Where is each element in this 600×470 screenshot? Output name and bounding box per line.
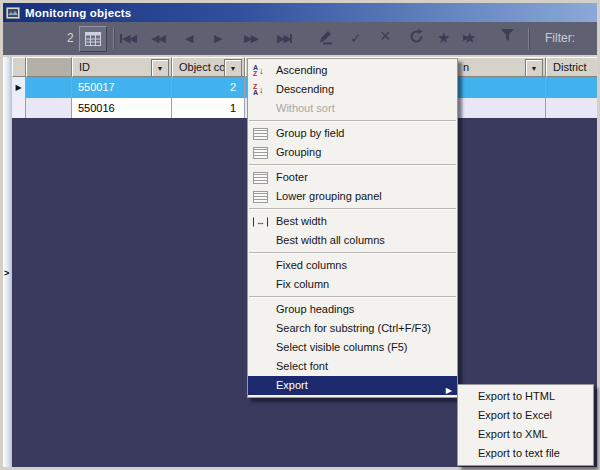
footer-icon (253, 172, 268, 184)
sort-descending-icon: ZA↓ (253, 80, 264, 99)
menu-separator (249, 252, 456, 254)
star-icon: ★ (437, 28, 450, 48)
grouping-icon (253, 147, 268, 159)
menu-item-export-to-html[interactable]: Export to HTML (458, 387, 593, 406)
app-icon (6, 7, 20, 19)
row-indicator-cell (12, 98, 26, 118)
row-indicator-header[interactable] (12, 57, 26, 77)
menu-separator (249, 208, 456, 210)
nav-next-icon: ▶ (214, 30, 220, 46)
menu-item-export[interactable]: Export ▶ (248, 376, 457, 395)
nav-fast-prev-icon: ◀◀ (151, 30, 164, 46)
submenu-arrow-icon: ▶ (446, 381, 452, 400)
sort-ascending-icon: AZ↓ (253, 61, 264, 80)
refresh-icon (408, 28, 425, 45)
column-header-id[interactable]: ID ▼ (72, 57, 172, 77)
menu-item-group-by-field[interactable]: Group by field (248, 124, 457, 143)
toolbar-separator (113, 28, 115, 49)
column-header-id-label: ID (79, 61, 90, 73)
nav-next-button[interactable]: ▶ (214, 30, 220, 46)
menu-item-export-to-xml[interactable]: Export to XML (458, 425, 593, 444)
menu-item-ascending[interactable]: AZ↓ Ascending (248, 61, 457, 80)
column-header-object-count-label: Object co (179, 61, 225, 73)
menu-separator (249, 120, 456, 122)
grid-context-menu: AZ↓ Ascending ZA↓ Descending Without sor… (247, 58, 458, 398)
menu-item-export-to-text-file[interactable]: Export to text file (458, 444, 593, 463)
menu-item-without-sort: Without sort (248, 99, 457, 118)
nav-last-icon: ▶▶ (277, 30, 290, 46)
menu-item-grouping[interactable]: Grouping (248, 143, 457, 162)
filter-funnel-icon (500, 28, 515, 42)
column-header-district-label: District (553, 61, 587, 73)
menu-item-fixed-columns[interactable]: Fixed columns (248, 256, 457, 275)
filter-label: Filter: (545, 31, 575, 45)
menu-item-footer[interactable]: Footer (248, 168, 457, 187)
nav-first-button[interactable]: ◀◀ (120, 30, 135, 46)
nav-prev-button[interactable]: ◀ (185, 30, 191, 46)
column-header-object-count[interactable]: Object co ▼ (172, 57, 245, 77)
menu-separator (249, 164, 456, 166)
menu-item-group-headings[interactable]: Group headings (248, 300, 457, 319)
cancel-x-icon: × (380, 26, 391, 46)
nav-fast-next-icon: ▶▶ (244, 30, 257, 46)
menu-item-select-font[interactable]: Select font (248, 357, 457, 376)
menu-item-best-width[interactable]: ↔ Best width (248, 212, 457, 231)
group-by-field-icon (253, 128, 268, 140)
monitoring-objects-window: Monitoring objects 2 ◀◀ ◀◀ ◀ ▶ ▶▶ ▶▶ ✓ (0, 0, 600, 470)
column-header-hidden-label: n (463, 58, 469, 76)
menu-item-lower-grouping-panel[interactable]: Lower grouping panel (248, 187, 457, 206)
nav-last-button[interactable]: ▶▶ (277, 30, 292, 46)
chevron-down-icon: ▼ (157, 65, 164, 72)
object-count-cell[interactable]: 2 (172, 77, 245, 98)
toolbar-separator (528, 28, 530, 49)
menu-separator (249, 296, 456, 298)
id-filter-dropdown-button[interactable]: ▼ (151, 59, 169, 77)
grid-view-icon (85, 32, 101, 46)
fixed-cell[interactable] (26, 77, 72, 98)
menu-item-best-width-all-columns[interactable]: Best width all columns (248, 231, 457, 250)
column-header-district[interactable]: District (546, 57, 597, 77)
nav-fast-prev-button[interactable]: ◀◀ (151, 30, 164, 46)
object-count-filter-dropdown-button[interactable]: ▼ (224, 59, 242, 77)
best-width-icon: ↔ (253, 217, 268, 226)
window-title: Monitoring objects (25, 7, 131, 19)
menu-item-export-to-excel[interactable]: Export to Excel (458, 406, 593, 425)
left-splitter[interactable]: > (3, 57, 12, 467)
nav-prev-icon: ◀ (185, 30, 191, 46)
fixed-column-header[interactable] (26, 57, 72, 77)
fixed-cell[interactable] (26, 98, 72, 118)
chevron-down-icon: ▼ (230, 65, 237, 72)
district-cell[interactable] (546, 98, 597, 118)
nav-fast-next-button[interactable]: ▶▶ (244, 30, 257, 46)
toolbar: 2 ◀◀ ◀◀ ◀ ▶ ▶▶ ▶▶ ✓ × (3, 22, 597, 57)
id-cell[interactable]: 550017 (72, 77, 172, 98)
menu-item-descending[interactable]: ZA↓ Descending (248, 80, 457, 99)
chevron-down-icon: ▼ (531, 65, 538, 72)
confirm-check-icon: ✓ (350, 28, 362, 48)
row-indicator-cell: ▶ (12, 77, 26, 98)
edit-pencil-icon (317, 28, 335, 45)
menu-item-search-for-substring[interactable]: Search for substring (Ctrl+F/F3) (248, 319, 457, 338)
export-submenu: Export to HTML Export to Excel Export to… (457, 384, 594, 466)
menu-item-select-visible-columns[interactable]: Select visible columns (F5) (248, 338, 457, 357)
grid-view-button[interactable] (79, 26, 107, 52)
district-cell[interactable] (546, 77, 597, 98)
object-count-cell[interactable]: 1 (172, 98, 245, 118)
hidden-column-filter-dropdown-button[interactable]: ▼ (525, 59, 543, 77)
title-bar: Monitoring objects (3, 3, 597, 22)
lower-grouping-panel-icon (253, 191, 268, 203)
splitter-expand-icon[interactable]: > (4, 268, 9, 278)
record-count: 2 (67, 31, 74, 45)
menu-item-fix-column[interactable]: Fix column (248, 275, 457, 294)
id-cell[interactable]: 550016 (72, 98, 172, 118)
